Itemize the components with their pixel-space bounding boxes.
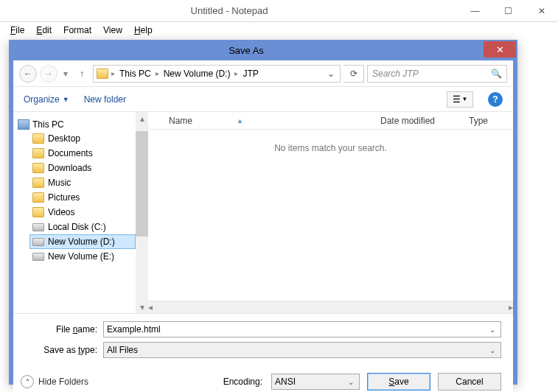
tree-item-new-volume-d[interactable]: New Volume (D:): [29, 234, 136, 249]
close-button[interactable]: ✕: [525, 3, 558, 19]
empty-message: No items match your search.: [148, 130, 513, 153]
menu-help[interactable]: Help: [130, 24, 157, 37]
chevron-down-icon: ▼: [462, 96, 468, 102]
tree-scrollbar[interactable]: ▴ ▾: [136, 112, 148, 313]
save-as-dialog: Save As ✕ ← → ▾ ↑ ▸ This PC ▸ New Volume…: [9, 40, 517, 385]
notepad-titlebar: Untitled - Notepad — ☐ ✕: [0, 0, 558, 22]
tree-item-desktop[interactable]: Desktop: [29, 131, 136, 146]
address-bar[interactable]: ▸ This PC ▸ New Volume (D:) ▸ JTP ⌄: [93, 65, 341, 83]
navigation-bar: ← → ▾ ↑ ▸ This PC ▸ New Volume (D:) ▸ JT…: [13, 60, 513, 87]
back-button[interactable]: ←: [19, 65, 37, 83]
cancel-button[interactable]: Cancel: [438, 373, 501, 391]
save-button[interactable]: Save: [367, 373, 430, 391]
hide-folders-button[interactable]: ˄ Hide Folders: [21, 375, 88, 388]
scroll-up-icon[interactable]: ▴: [136, 112, 148, 125]
tree-item-local-disk-c[interactable]: Local Disk (C:): [29, 220, 136, 234]
menu-file[interactable]: File: [6, 24, 29, 37]
navigation-tree: This PC Desktop Documents Downloads Musi…: [13, 112, 136, 313]
folder-icon: [32, 178, 44, 188]
file-list-panel: Name▲ Date modified Type No items match …: [148, 112, 513, 313]
up-button[interactable]: ↑: [74, 66, 90, 82]
scroll-left-icon[interactable]: ◂: [148, 301, 153, 314]
refresh-button[interactable]: ⟳: [343, 65, 364, 83]
chevron-right-icon: ▸: [156, 69, 159, 77]
dialog-close-button[interactable]: ✕: [484, 41, 516, 57]
chevron-right-icon: ▸: [111, 69, 115, 77]
column-date[interactable]: Date modified: [380, 116, 469, 126]
folder-icon: [32, 148, 44, 158]
filename-input[interactable]: Example.html ⌄: [103, 321, 501, 337]
encoding-label: Encoding:: [223, 377, 262, 387]
main-area: This PC Desktop Documents Downloads Musi…: [13, 112, 513, 313]
search-placeholder: Search JTP: [372, 69, 491, 79]
filename-label: File name:: [25, 324, 103, 335]
sort-ascending-icon: ▲: [237, 117, 243, 125]
menu-edit[interactable]: Edit: [32, 24, 56, 37]
scroll-down-icon[interactable]: ▾: [136, 301, 148, 313]
help-button[interactable]: ?: [488, 92, 503, 107]
column-headers: Name▲ Date modified Type: [148, 112, 513, 130]
dialog-titlebar: Save As ✕: [9, 40, 517, 60]
breadcrumb-item[interactable]: This PC: [118, 69, 153, 79]
scroll-right-icon[interactable]: ▸: [509, 301, 513, 314]
notepad-title: Untitled - Notepad: [0, 5, 458, 16]
menu-format[interactable]: Format: [59, 24, 96, 37]
tree-item-videos[interactable]: Videos: [29, 205, 136, 220]
notepad-menubar: File Edit Format View Help: [0, 22, 558, 38]
address-dropdown-button[interactable]: ⌄: [325, 69, 337, 79]
disk-icon: [32, 238, 44, 246]
encoding-select[interactable]: ANSI ⌄: [271, 374, 360, 390]
chevron-right-icon: ▸: [234, 69, 238, 77]
disk-icon: [32, 223, 44, 231]
tree-item-pictures[interactable]: Pictures: [29, 190, 136, 205]
minimize-button[interactable]: —: [458, 3, 492, 19]
chevron-down-icon[interactable]: ⌄: [346, 378, 356, 386]
search-input[interactable]: Search JTP 🔍: [367, 65, 507, 83]
disk-icon: [32, 253, 44, 261]
breadcrumb-item[interactable]: JTP: [241, 69, 259, 79]
dialog-title: Save As: [9, 45, 484, 56]
tree-item-downloads[interactable]: Downloads: [29, 161, 136, 175]
chevron-down-icon[interactable]: ⌄: [487, 326, 498, 334]
column-name[interactable]: Name▲: [148, 116, 380, 126]
chevron-down-icon[interactable]: ⌄: [487, 346, 498, 354]
menu-view[interactable]: View: [99, 24, 127, 37]
computer-icon: [18, 119, 29, 130]
savetype-label: Save as type:: [25, 345, 103, 355]
window-controls: — ☐ ✕: [458, 3, 558, 19]
breadcrumb-item[interactable]: New Volume (D:): [162, 69, 232, 79]
file-form: File name: Example.html ⌄ Save as type: …: [13, 313, 513, 367]
new-folder-button[interactable]: New folder: [84, 94, 126, 105]
toolbar: Organize▼ New folder ☰▼ ?: [13, 87, 513, 112]
forward-button[interactable]: →: [40, 65, 57, 83]
folder-icon: [32, 133, 44, 144]
savetype-select[interactable]: All Files ⌄: [103, 342, 501, 358]
chevron-up-icon: ˄: [21, 375, 34, 388]
dialog-footer: ˄ Hide Folders Encoding: ANSI ⌄ Save Can…: [13, 367, 513, 392]
view-options-button[interactable]: ☰▼: [447, 91, 473, 108]
folder-icon: [32, 207, 44, 217]
dialog-body: ← → ▾ ↑ ▸ This PC ▸ New Volume (D:) ▸ JT…: [13, 60, 513, 392]
horizontal-scrollbar[interactable]: ◂ ▸: [148, 301, 513, 313]
chevron-down-icon: ▼: [63, 96, 69, 103]
tree-item-music[interactable]: Music: [29, 175, 136, 190]
tree-item-new-volume-e[interactable]: New Volume (E:): [29, 249, 136, 264]
recent-locations-button[interactable]: ▾: [60, 65, 71, 83]
maximize-button[interactable]: ☐: [492, 3, 525, 19]
tree-item-documents[interactable]: Documents: [29, 146, 136, 161]
folder-icon: [32, 163, 44, 173]
list-view-icon: ☰: [453, 94, 461, 105]
search-icon: 🔍: [491, 69, 502, 79]
tree-root-this-pc[interactable]: This PC: [13, 118, 136, 131]
folder-icon: [97, 69, 108, 79]
organize-button[interactable]: Organize▼: [24, 94, 69, 105]
folder-icon: [32, 192, 44, 203]
column-type[interactable]: Type: [469, 116, 513, 126]
notepad-window: Untitled - Notepad — ☐ ✕ File Edit Forma…: [0, 0, 558, 392]
